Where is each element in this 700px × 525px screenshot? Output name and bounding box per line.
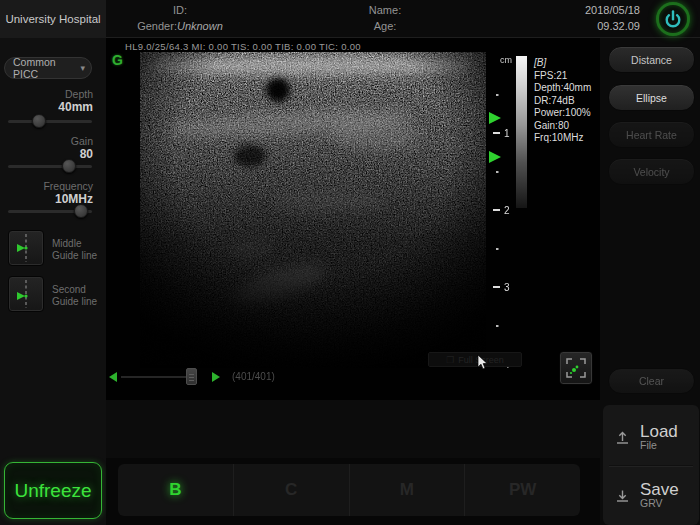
load-label: Load	[640, 423, 678, 440]
second-guide-line-button[interactable]	[8, 276, 44, 312]
previous-frame-icon[interactable]	[109, 372, 117, 382]
hospital-name: University Hospital	[0, 0, 106, 38]
ultrasound-image	[140, 52, 486, 368]
depth-slider[interactable]	[8, 120, 92, 123]
dr-readout: DR:74dB	[534, 95, 591, 108]
power-readout: Power:100%	[534, 107, 591, 120]
grayscale-map-bar	[516, 56, 527, 208]
left-control-panel: Common PICC ▾ Depth 40mm Gain 80 Frequen…	[0, 38, 106, 525]
panel-divider	[609, 465, 693, 466]
lower-spacer-panel	[106, 400, 600, 458]
tab-c-mode[interactable]: C	[233, 464, 349, 516]
frequency-label: Frequency	[43, 180, 93, 192]
chevron-down-icon: ▾	[80, 63, 85, 73]
download-icon	[615, 488, 630, 503]
id-label: ID:	[120, 4, 240, 16]
preset-value: Common PICC	[13, 56, 80, 80]
gender-value: Unknown	[177, 20, 223, 32]
frequency-readout: Frq:10MHz	[534, 132, 591, 145]
frame-counter: (401/401)	[232, 371, 275, 382]
scan-display-area: HL9.0/25/64.3 MI: 0.00 TIS: 0.00 TIB: 0.…	[106, 38, 600, 400]
save-label: Save	[640, 481, 679, 498]
cine-slider-thumb[interactable]	[186, 368, 197, 385]
power-icon	[663, 9, 683, 29]
fullscreen-icon: ❐	[446, 355, 454, 365]
ruler-tick-label: 2	[504, 205, 510, 216]
tab-m-mode[interactable]: M	[349, 464, 465, 516]
ruler-unit-label: cm	[500, 55, 512, 65]
time-text: 09.32.09	[597, 20, 640, 32]
fps-readout: FPS:21	[534, 70, 591, 83]
frequency-value: 10MHz	[55, 192, 93, 206]
patient-id-block: ID: Gender:Unknown	[120, 0, 240, 38]
vendor-logo-icon: G	[112, 52, 123, 68]
preset-dropdown[interactable]: Common PICC ▾	[4, 57, 92, 79]
patient-name-block: Name: Age:	[330, 0, 440, 38]
depth-readout: Depth:40mm	[534, 82, 591, 95]
gain-value: 80	[80, 147, 93, 161]
gender-label: Gender:	[137, 20, 177, 32]
cursor-pointer-icon	[477, 355, 488, 370]
heart-rate-button[interactable]: Heart Rate	[608, 121, 695, 148]
name-label: Name:	[330, 4, 440, 16]
zoom-region-icon	[565, 357, 587, 379]
tab-pw-mode[interactable]: PW	[464, 464, 580, 516]
guide-line-icon	[15, 233, 37, 263]
focus-marker-icon[interactable]	[489, 151, 501, 163]
depth-label: Depth	[65, 88, 93, 100]
unfreeze-button[interactable]: Unfreeze	[4, 462, 102, 519]
ellipse-button[interactable]: Ellipse	[608, 84, 695, 111]
right-control-panel: Distance Ellipse Heart Rate Velocity Cle…	[600, 38, 700, 525]
scan-parameters-panel: [B] FPS:21 Depth:40mm DR:74dB Power:100%…	[534, 57, 591, 145]
gain-label: Gain	[71, 135, 93, 147]
focus-marker-icon[interactable]	[489, 112, 501, 124]
datetime-block: 2018/05/18 09.32.09	[545, 0, 640, 38]
save-sublabel: GRV	[640, 498, 679, 509]
velocity-button[interactable]: Velocity	[608, 158, 695, 185]
zoom-region-button[interactable]	[559, 351, 593, 385]
next-frame-icon[interactable]	[212, 372, 220, 382]
depth-ruler: cm 1 2 3 4	[488, 52, 514, 374]
mode-readout: [B]	[534, 57, 591, 70]
acoustic-output-readout: HL9.0/25/64.3 MI: 0.00 TIS: 0.00 TIB: 0.…	[125, 41, 361, 52]
gender-row: Gender:Unknown	[120, 20, 240, 32]
depth-value: 40mm	[58, 100, 93, 114]
middle-guide-line-label: Middle Guide line	[52, 238, 102, 262]
distance-button[interactable]: Distance	[608, 46, 695, 73]
second-guide-line-label: Second Guide line	[52, 284, 102, 308]
save-grv-button[interactable]: Save GRV	[603, 467, 699, 523]
tab-b-mode[interactable]: B	[118, 464, 233, 516]
ultrasound-app-window: University Hospital ID: Gender:Unknown N…	[0, 0, 700, 525]
gain-slider-thumb[interactable]	[62, 159, 76, 173]
date-text: 2018/05/18	[585, 4, 640, 16]
clear-button[interactable]: Clear	[608, 368, 695, 394]
mode-tab-bar: B C M PW	[118, 464, 580, 516]
load-sublabel: File	[640, 440, 678, 451]
age-label: Age:	[330, 20, 440, 32]
load-file-button[interactable]: Load File	[603, 409, 699, 465]
guide-line-icon	[15, 279, 37, 309]
depth-slider-thumb[interactable]	[32, 114, 46, 128]
top-bar: University Hospital ID: Gender:Unknown N…	[0, 0, 700, 38]
power-button[interactable]	[656, 2, 690, 36]
frequency-slider[interactable]	[8, 210, 92, 213]
ruler-tick-label: 1	[504, 128, 510, 139]
gain-slider[interactable]	[8, 165, 92, 168]
frequency-slider-thumb[interactable]	[74, 204, 88, 218]
load-save-panel: Load File Save GRV	[603, 405, 699, 525]
gain-readout: Gain:80	[534, 120, 591, 133]
middle-guide-line-button[interactable]	[8, 230, 44, 266]
ruler-tick-label: 3	[504, 282, 510, 293]
upload-icon	[615, 430, 630, 445]
fullscreen-button[interactable]: ❐ Full Screen	[428, 352, 522, 367]
